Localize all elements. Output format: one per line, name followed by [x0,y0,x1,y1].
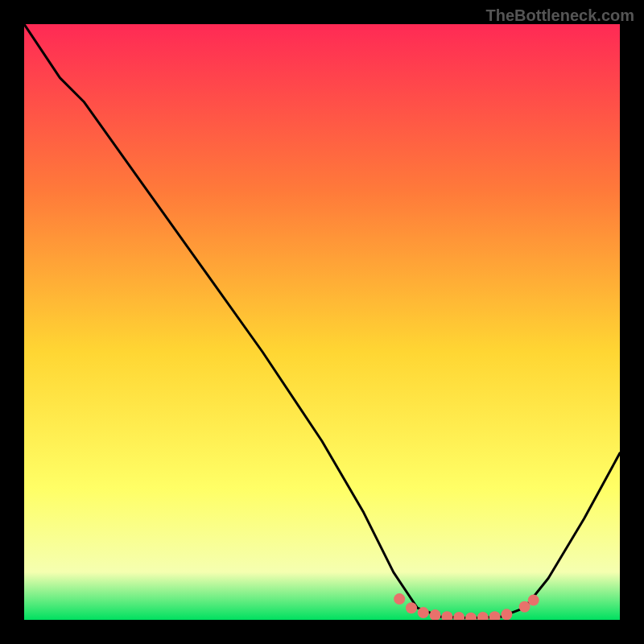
data-marker [528,595,539,606]
data-marker [501,609,512,620]
chart-container: TheBottleneck.com [0,0,644,644]
data-marker [406,602,417,613]
plot-area [24,24,620,620]
chart-svg [24,24,620,620]
watermark-text: TheBottleneck.com [486,6,634,25]
data-marker [418,607,429,618]
data-marker [394,593,405,605]
gradient-background [24,24,620,620]
